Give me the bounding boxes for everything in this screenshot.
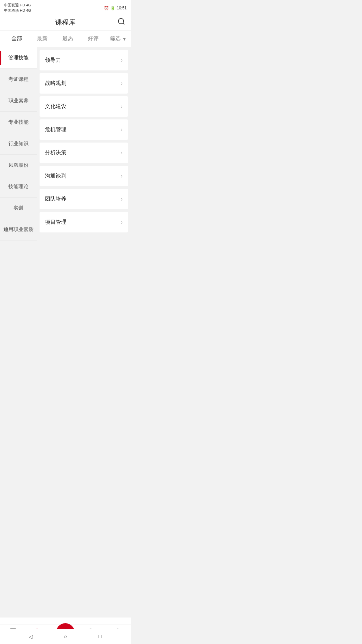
sidebar-item-professional-skills[interactable]: 专业技能 (0, 112, 37, 133)
chevron-right-icon: › (121, 219, 123, 226)
chevron-right-icon: › (121, 172, 123, 179)
operator2-label: 中国移动 HD 4G (4, 8, 31, 13)
sidebar-item-skill-theory[interactable]: 技能理论 (0, 176, 37, 198)
chevron-right-icon: › (121, 126, 123, 133)
chevron-right-icon: › (121, 80, 123, 87)
sidebar-item-fenghuang[interactable]: 凤凰股份 (0, 155, 37, 176)
list-item[interactable]: 危机管理 › (40, 119, 128, 140)
page-title: 课程库 (55, 18, 75, 27)
list-item[interactable]: 项目管理 › (40, 212, 128, 232)
operator-info: 中国联通 HD 4G 中国移动 HD 4G (4, 3, 31, 13)
sidebar-item-professional-quality[interactable]: 职业素养 (0, 90, 37, 112)
content-area: 管理技能 考证课程 职业素养 专业技能 行业知识 凤凰股份 技能理论 实训 通用… (0, 47, 131, 591)
sidebar: 管理技能 考证课程 职业素养 专业技能 行业知识 凤凰股份 技能理论 实训 通用… (0, 47, 37, 591)
tab-all[interactable]: 全部 (4, 31, 29, 47)
alarm-icon: ⏰ (104, 6, 109, 10)
status-right: ⏰ 🔋 10:51 (104, 6, 127, 10)
list-item[interactable]: 文化建设 › (40, 96, 128, 117)
filter-label: 筛选 (110, 35, 121, 42)
back-button[interactable]: ◁ (25, 631, 36, 642)
chevron-right-icon: › (121, 57, 123, 64)
filter-action-button[interactable]: 筛选 ▼ (106, 31, 127, 47)
list-item[interactable]: 分析决策 › (40, 143, 128, 163)
tab-recommended[interactable]: 好评 (80, 31, 106, 47)
battery-icon: 🔋 (110, 6, 115, 10)
list-item[interactable]: 沟通谈判 › (40, 166, 128, 186)
content-list: 领导力 › 战略规划 › 文化建设 › 危机管理 › 分析决策 › 沟通谈判 ›… (37, 47, 131, 591)
operator1-label: 中国联通 HD 4G (4, 3, 31, 8)
svg-point-0 (118, 18, 124, 24)
sidebar-item-certification[interactable]: 考证课程 (0, 69, 37, 90)
home-button[interactable]: ○ (60, 631, 71, 642)
status-bar: 中国联通 HD 4G 中国移动 HD 4G ⏰ 🔋 10:51 (0, 0, 131, 14)
gesture-bar: ◁ ○ □ (0, 629, 131, 644)
tab-hottest[interactable]: 最热 (55, 31, 80, 47)
list-item[interactable]: 战略规划 › (40, 73, 128, 94)
header: 课程库 (0, 14, 131, 31)
sidebar-item-training[interactable]: 实训 (0, 198, 37, 219)
sidebar-item-general-quality[interactable]: 通用职业素质 (0, 219, 37, 240)
svg-line-1 (123, 23, 124, 24)
tab-newest[interactable]: 最新 (29, 31, 55, 47)
recent-button[interactable]: □ (95, 631, 105, 642)
filter-tabs: 全部 最新 最热 好评 筛选 ▼ (0, 31, 131, 47)
list-item[interactable]: 团队培养 › (40, 189, 128, 209)
sidebar-item-management[interactable]: 管理技能 (0, 47, 37, 69)
time-display: 10:51 (117, 6, 127, 10)
sidebar-item-industry-knowledge[interactable]: 行业知识 (0, 133, 37, 155)
search-button[interactable] (117, 17, 125, 28)
chevron-right-icon: › (121, 149, 123, 156)
list-item[interactable]: 领导力 › (40, 50, 128, 70)
filter-icon: ▼ (122, 36, 127, 42)
chevron-right-icon: › (121, 196, 123, 203)
chevron-right-icon: › (121, 103, 123, 110)
